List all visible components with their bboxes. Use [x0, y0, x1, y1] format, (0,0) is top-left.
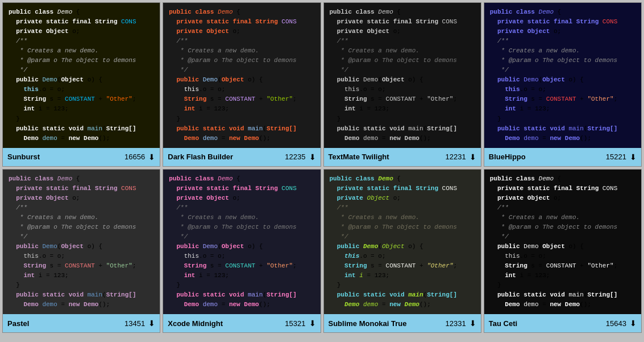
theme-card-sunburst: public class Demo { private static final… — [2, 2, 160, 167]
download-icon-darkflash[interactable]: ⬇ — [309, 153, 316, 162]
theme-footer-bluehippo: BlueHippo 15221 ⬇ — [484, 148, 641, 166]
code-preview-xcode: public class Demo { private static final… — [163, 170, 320, 315]
code-preview-sublime: public class Demo { private static final… — [324, 170, 481, 315]
download-icon-tauceti[interactable]: ⬇ — [630, 319, 637, 328]
theme-footer-right-bluehippo: 15221 ⬇ — [606, 153, 637, 162]
theme-name-sublime: Sublime Monokai True — [329, 319, 407, 328]
code-preview-pastel: public class Demo { private static final… — [3, 170, 160, 315]
theme-footer-right-sublime: 12331 ⬇ — [446, 319, 476, 328]
theme-footer-right-sunburst: 16656 ⬇ — [124, 153, 155, 162]
theme-footer-textmate: TextMate Twilight 12231 ⬇ — [324, 148, 481, 166]
code-preview-textmate: public class Demo { private static final… — [324, 3, 481, 148]
download-icon-textmate[interactable]: ⬇ — [470, 153, 476, 162]
theme-footer-xcode: Xcode Midnight 15321 ⬇ — [163, 314, 320, 332]
theme-card-xcode: public class Demo { private static final… — [163, 169, 321, 333]
theme-footer-right-xcode: 15321 ⬇ — [285, 319, 315, 328]
theme-card-tauceti: public class Demo { private static final… — [484, 169, 642, 333]
theme-downloads-darkflash: 12235 — [285, 153, 305, 161]
theme-card-darkflash: public class Demo { private static final… — [163, 2, 321, 167]
theme-footer-pastel: Pastel 13451 ⬇ — [3, 314, 160, 332]
theme-grid: public class Demo { private static final… — [0, 0, 644, 335]
code-preview-bluehippo: public class Demo { private static final… — [484, 3, 641, 148]
theme-downloads-sunburst: 16656 — [124, 153, 145, 161]
code-preview-tauceti: public class Demo { private static final… — [484, 170, 641, 315]
theme-name-pastel: Pastel — [7, 319, 29, 328]
theme-footer-sublime: Sublime Monokai True 12331 ⬇ — [324, 314, 481, 332]
theme-name-darkflash: Dark Flash Builder — [168, 153, 233, 161]
theme-card-sublime: public class Demo { private static final… — [323, 169, 481, 333]
theme-downloads-pastel: 13451 — [124, 319, 145, 328]
theme-downloads-tauceti: 15643 — [606, 319, 626, 328]
theme-footer-darkflash: Dark Flash Builder 12235 ⬇ — [163, 148, 320, 166]
download-icon-sublime[interactable]: ⬇ — [470, 319, 476, 328]
theme-name-sunburst: Sunburst — [7, 153, 40, 161]
download-icon-bluehippo[interactable]: ⬇ — [630, 153, 637, 162]
code-preview-darkflash: public class Demo { private static final… — [163, 3, 320, 148]
theme-name-bluehippo: BlueHippo — [489, 153, 526, 161]
theme-name-textmate: TextMate Twilight — [329, 153, 389, 161]
theme-footer-right-darkflash: 12235 ⬇ — [285, 153, 315, 162]
theme-downloads-bluehippo: 15221 — [606, 153, 626, 161]
theme-card-pastel: public class Demo { private static final… — [2, 169, 160, 333]
theme-footer-right-pastel: 13451 ⬇ — [124, 319, 155, 328]
theme-downloads-sublime: 12331 — [446, 319, 466, 328]
theme-footer-right-textmate: 12231 ⬇ — [446, 153, 476, 162]
theme-name-xcode: Xcode Midnight — [168, 319, 223, 328]
theme-card-textmate: public class Demo { private static final… — [323, 2, 481, 167]
download-icon-xcode[interactable]: ⬇ — [309, 319, 316, 328]
theme-card-bluehippo: public class Demo { private static final… — [484, 2, 642, 167]
theme-name-tauceti: Tau Ceti — [489, 319, 517, 328]
theme-footer-right-tauceti: 15643 ⬇ — [606, 319, 637, 328]
theme-downloads-xcode: 15321 — [285, 319, 305, 328]
code-preview-sunburst: public class Demo { private static final… — [3, 3, 160, 148]
download-icon-pastel[interactable]: ⬇ — [148, 319, 155, 328]
theme-downloads-textmate: 12231 — [446, 153, 466, 161]
theme-footer-tauceti: Tau Ceti 15643 ⬇ — [484, 314, 641, 332]
download-icon-sunburst[interactable]: ⬇ — [148, 153, 155, 162]
theme-footer-sunburst: Sunburst 16656 ⬇ — [3, 148, 160, 166]
